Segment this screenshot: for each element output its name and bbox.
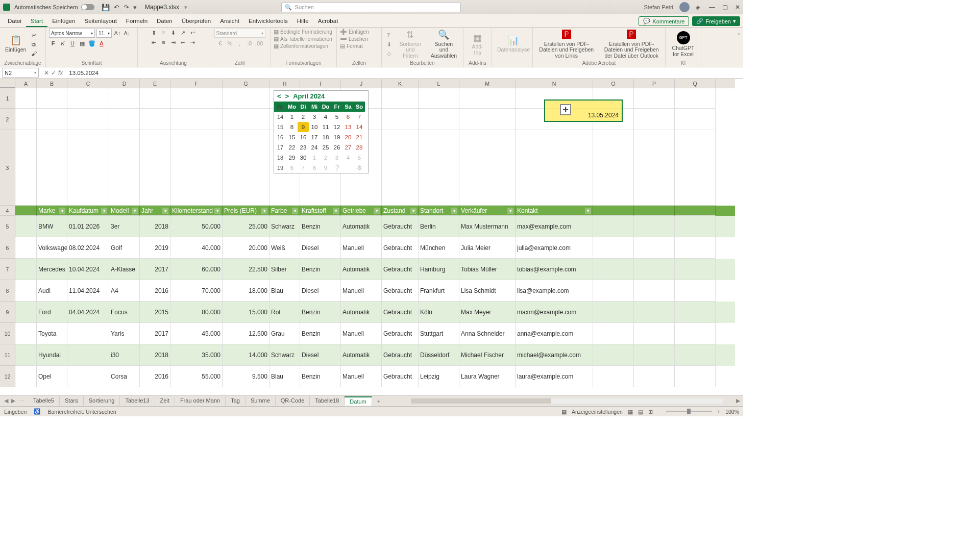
cell-A10[interactable] — [15, 323, 37, 344]
pdf-outlook-button[interactable]: 🅿Erstellen von PDF-Dateien und Freigeben… — [601, 29, 663, 60]
cell-B6[interactable]: Volkswagen — [37, 237, 67, 259]
indent-inc-icon[interactable]: ⇢ — [189, 38, 197, 46]
cell-E11[interactable]: 2018 — [140, 344, 170, 366]
cell-M12[interactable]: Laura Wagner — [459, 366, 516, 387]
cell-P5[interactable] — [634, 216, 675, 237]
filter-icon[interactable]: ▾ — [214, 208, 220, 214]
cell-E4[interactable]: Jahr▾ — [140, 206, 170, 216]
cell-B3[interactable] — [37, 130, 67, 206]
horizontal-scrollbar[interactable] — [411, 398, 723, 404]
cell-H12[interactable]: Blau — [270, 366, 300, 387]
cell-D8[interactable]: A4 — [109, 280, 140, 302]
filter-icon[interactable]: ▾ — [59, 208, 65, 214]
col-header-J[interactable]: J — [341, 79, 382, 88]
cell-N7[interactable]: tobias@example.com — [516, 259, 593, 280]
name-box[interactable]: N2▾ — [2, 68, 39, 78]
cell-N3[interactable] — [516, 130, 593, 206]
cal-day[interactable]: 4 — [342, 153, 354, 163]
cell-H8[interactable]: Blau — [270, 280, 300, 302]
cell-I10[interactable]: Benzin — [300, 323, 341, 344]
cal-day[interactable]: 7 — [298, 163, 309, 173]
cell-C8[interactable]: 11.04.2024 — [67, 280, 109, 302]
cell-C5[interactable]: 01.01.2026 — [67, 216, 109, 237]
cell-N4[interactable]: Kontakt▾ — [516, 206, 593, 216]
ribbon-tab-hilfe[interactable]: Hilfe — [292, 16, 313, 27]
cut-icon[interactable]: ✂ — [30, 31, 38, 39]
cell-O3[interactable] — [593, 130, 634, 206]
filename-dropdown-icon[interactable]: ▾ — [184, 4, 187, 11]
format-painter-icon[interactable]: 🖌 — [30, 49, 38, 58]
ribbon-tab-formeln[interactable]: Formeln — [121, 16, 152, 27]
cal-day[interactable]: 4 — [320, 112, 331, 122]
cell-F6[interactable]: 40.000 — [170, 237, 223, 259]
cell-D2[interactable] — [109, 109, 140, 130]
cal-day[interactable]: 23 — [298, 142, 309, 153]
close-icon[interactable]: ✕ — [735, 4, 740, 11]
sheet-tab-stars[interactable]: Stars — [60, 396, 84, 406]
col-header-K[interactable]: K — [382, 79, 419, 88]
user-name[interactable]: Stefan Petri — [644, 4, 673, 10]
cell-K6[interactable]: Gebraucht — [382, 237, 419, 259]
cell-M4[interactable]: Verkäufer▾ — [459, 206, 516, 216]
cal-day[interactable]: 6 — [286, 163, 298, 173]
cell-I6[interactable]: Diesel — [300, 237, 341, 259]
cal-day[interactable]: 12 — [331, 122, 342, 132]
zoom-value[interactable]: 100% — [725, 409, 739, 415]
cell-I9[interactable]: Benzin — [300, 302, 341, 323]
col-header-O[interactable]: O — [593, 79, 634, 88]
cell-G1[interactable] — [223, 88, 270, 109]
cell-P3[interactable] — [634, 130, 675, 206]
font-color-icon[interactable]: A — [97, 39, 106, 47]
ribbon-tab-einfügen[interactable]: Einfügen — [47, 16, 80, 27]
cell-H10[interactable]: Grau — [270, 323, 300, 344]
cal-day[interactable]: ⚙ — [354, 163, 365, 173]
cond-format-button[interactable]: ▦ Bedingte Formatierung — [274, 29, 332, 35]
cell-K3[interactable] — [382, 130, 419, 206]
cell-F9[interactable]: 80.000 — [170, 302, 223, 323]
cell-F12[interactable]: 55.000 — [170, 366, 223, 387]
cell-F11[interactable]: 35.000 — [170, 344, 223, 366]
cell-O10[interactable] — [593, 323, 634, 344]
col-header-A[interactable]: A — [15, 79, 37, 88]
row-header-11[interactable]: 11 — [0, 344, 15, 366]
cal-day[interactable]: 5 — [354, 153, 365, 163]
cell-A3[interactable] — [15, 130, 37, 206]
cell-J8[interactable]: Manuell — [341, 280, 382, 302]
cell-L3[interactable] — [419, 130, 459, 206]
cal-day[interactable]: 3 — [331, 153, 342, 163]
cal-day[interactable]: 22 — [286, 142, 298, 153]
cal-day[interactable]: 10 — [309, 122, 320, 132]
cell-J5[interactable]: Automatik — [341, 216, 382, 237]
status-display[interactable]: Anzeigeeinstellungen — [572, 409, 623, 415]
cell-G7[interactable]: 22.500 — [223, 259, 270, 280]
cell-E7[interactable]: 2017 — [140, 259, 170, 280]
cell-O7[interactable] — [593, 259, 634, 280]
cell-K10[interactable]: Gebraucht — [382, 323, 419, 344]
sheet-tab-datum[interactable]: Datum — [345, 396, 372, 406]
indent-dec-icon[interactable]: ⇠ — [179, 38, 187, 46]
cell-I5[interactable]: Benzin — [300, 216, 341, 237]
cell-M9[interactable]: Max Meyer — [459, 302, 516, 323]
paste-button[interactable]: 📋Einfügen — [3, 35, 28, 54]
cell-E8[interactable]: 2016 — [140, 280, 170, 302]
data-analysis-button[interactable]: 📊Datenanalyse — [495, 35, 532, 54]
cal-day[interactable]: 13 — [342, 122, 354, 132]
diamond-icon[interactable]: ◈ — [696, 4, 700, 11]
cell-K12[interactable]: Gebraucht — [382, 366, 419, 387]
filter-icon[interactable]: ▾ — [333, 208, 339, 214]
cell-P4[interactable] — [634, 206, 675, 216]
sheet-tab-tag[interactable]: Tag — [226, 396, 246, 406]
cell-N9[interactable]: maxm@example.com — [516, 302, 593, 323]
cal-day[interactable]: 1 — [286, 112, 298, 122]
cell-A2[interactable] — [15, 109, 37, 130]
align-bottom-icon[interactable]: ⬇ — [169, 29, 178, 37]
filter-icon[interactable]: ▾ — [410, 208, 416, 214]
cell-P1[interactable] — [634, 88, 675, 109]
cancel-entry-icon[interactable]: ✕ — [44, 69, 49, 77]
cell-B5[interactable]: BMW — [37, 216, 67, 237]
cal-day[interactable]: 2 — [298, 112, 309, 122]
cal-settings-icon[interactable]: ⚙ — [357, 164, 362, 171]
cell-L12[interactable]: Leipzig — [419, 366, 459, 387]
zoom-out-icon[interactable]: − — [658, 409, 661, 415]
font-select[interactable]: Aptos Narrow▾ — [49, 29, 95, 38]
